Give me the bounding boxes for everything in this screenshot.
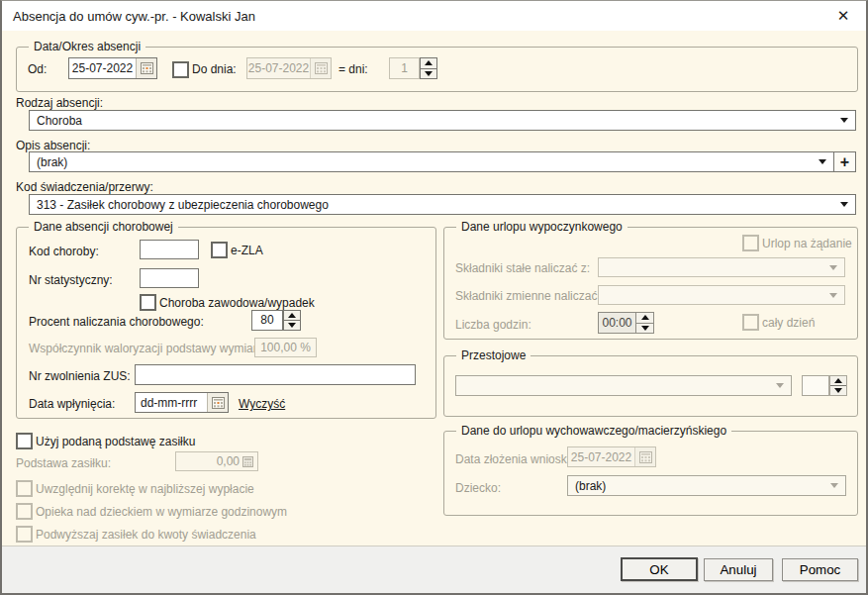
dni-spinner [420,57,437,79]
skladniki-stale-label: Składniki stałe naliczać z: [455,261,590,275]
skladniki-stale-combobox [598,257,845,277]
opis-add-button[interactable]: + [833,151,856,172]
pomoc-button[interactable]: Pomoc [782,558,858,581]
procent-label: Procent naliczania chorobowego: [29,315,204,329]
przestojowe-spin-down-button[interactable] [830,385,846,395]
od-date-field[interactable]: 25-07-2022 [68,57,157,79]
data-zlozenia-calendar-button [634,447,655,466]
data-wplyniecia-calendar-button[interactable] [207,393,228,412]
opis-combobox[interactable]: (brak) [29,151,834,172]
data-zlozenia-value: 25-07-2022 [568,447,634,466]
przestojowe-combobox [455,375,792,396]
close-button[interactable]: ✕ [828,5,858,27]
od-date-value: 25-07-2022 [69,58,136,78]
spin-up-icon [288,313,296,318]
dziecko-value: (brak) [575,479,830,493]
procent-field[interactable]: 80 [251,310,283,331]
spin-down-icon [641,326,649,331]
data-wplyniecia-mask: dd-mm-rrrr [136,393,207,412]
podstawa-field: 0,00 [175,451,258,471]
calendar-icon-disabled [639,451,652,463]
godziny-spin-down-button [636,323,653,334]
calendar-icon [141,62,153,74]
od-calendar-button[interactable] [136,58,156,78]
ezla-checkbox[interactable] [211,242,228,258]
chevron-down-icon [819,159,826,164]
spin-down-icon [288,323,296,328]
group-sickness-title: Dane absencji chorobowej [29,220,178,235]
uzyj-podstawe-checkbox[interactable] [16,433,33,449]
dziecko-label: Dziecko: [455,481,501,495]
opis-value: (brak) [37,155,819,169]
titlebar: Absencja do umów cyw.-pr. - Kowalski Jan… [2,1,866,31]
procent-spin-up-button[interactable] [284,311,300,320]
group-przestojowe-title: Przestojowe [456,348,530,363]
absence-dialog-window: Absencja do umów cyw.-pr. - Kowalski Jan… [0,0,868,595]
spin-down-icon [834,388,842,393]
walor-field: 100,00 % [254,338,317,357]
do-dnia-label: Do dnia: [192,62,237,76]
podwyzszaj-checkbox [16,526,33,543]
data-wplyniecia-label: Data wpłynięcia: [29,397,115,411]
spin-up-icon [641,315,649,320]
calendar-icon-disabled [315,62,328,74]
ezla-label: e-ZLA [231,244,263,257]
nr-statystyczny-label: Nr statystyczny: [29,273,113,287]
group-date-period-title: Data/Okres absencji [29,40,145,54]
urlop-na-zadanie-checkbox [742,235,759,251]
chevron-down-icon [829,293,837,298]
plus-icon: + [840,153,849,171]
data-zlozenia-field: 25-07-2022 [567,446,656,467]
choroba-zawodowa-label: Choroba zawodowa/wypadek [159,296,315,310]
procent-spin-down-button[interactable] [284,320,300,330]
liczba-godzin-spinner: 00:00 [598,312,654,334]
skladniki-zmienne-label: Składniki zmienne naliczać z: [455,289,610,303]
korekta-label: Uwzględnij korektę w najbliższej wypłaci… [36,482,254,496]
choroba-zawodowa-checkbox[interactable] [140,294,156,311]
dni-field: 1 [389,57,420,79]
anuluj-button[interactable]: Anuluj [704,558,773,581]
uzyj-podstawe-label: Użyj podaną podstawę zasiłku [36,435,195,448]
group-maternity-title: Dane do urlopu wychowawczego/macierzyńsk… [456,424,731,439]
wyczysc-link[interactable]: Wyczyść [239,397,285,411]
kod-choroby-input[interactable] [140,240,199,259]
nr-zwolnienia-zus-input[interactable] [135,364,416,385]
dni-spin-up-button[interactable] [421,58,436,68]
data-zlozenia-label: Data złożenia wniosku: [455,452,577,466]
chevron-down-icon [829,265,837,270]
liczba-godzin-value: 00:00 [599,313,635,333]
nr-statystyczny-input[interactable] [140,268,199,288]
spin-up-icon [425,60,433,65]
ok-button[interactable]: OK [621,557,698,581]
group-vacation-title: Dane urlopu wypoczynkowego [456,220,627,235]
nr-zwolnienia-zus-label: Nr zwolnienia ZUS: [29,369,131,383]
caly-dzien-checkbox [742,314,759,331]
od-label: Od: [28,62,47,76]
kod-swiadczenia-label: Kod świadczenia/przerwy: [16,180,153,194]
dziecko-combobox: (brak) [567,475,846,496]
przestojowe-spinner [829,375,847,396]
data-wplyniecia-field[interactable]: dd-mm-rrrr [135,392,229,413]
podwyzszaj-label: Podwyższaj zasiłek do kwoty świadczenia [36,528,256,542]
window-title: Absencja do umów cyw.-pr. - Kowalski Jan [13,9,255,24]
spin-up-icon [834,378,842,383]
przestojowe-field[interactable] [802,375,829,396]
rodzaj-combobox[interactable]: Choroba [29,110,856,131]
spin-down-icon [425,71,433,76]
skladniki-zmienne-combobox [598,285,845,305]
do-dnia-checkbox[interactable] [172,61,189,78]
do-dnia-date-value: 25-07-2022 [247,58,310,78]
close-icon: ✕ [837,7,850,25]
group-maternity-data: Dane do urlopu wychowawczego/macierzyńsk… [443,431,858,516]
kod-swiadczenia-combobox[interactable]: 313 - Zasiłek chorobowy z ubezpieczenia … [29,194,856,215]
korekta-checkbox [16,480,33,497]
kod-swiadczenia-value: 313 - Zasiłek chorobowy z ubezpieczenia … [37,198,840,212]
dni-spin-down-button[interactable] [421,68,436,79]
rodzaj-label: Rodzaj absencji: [16,96,103,110]
do-dnia-calendar-button [310,58,331,78]
opieka-checkbox [16,503,33,520]
rodzaj-value: Choroba [37,114,840,128]
chevron-down-icon [776,383,784,388]
kod-choroby-label: Kod choroby: [29,245,99,258]
przestojowe-spin-up-button[interactable] [830,376,846,385]
